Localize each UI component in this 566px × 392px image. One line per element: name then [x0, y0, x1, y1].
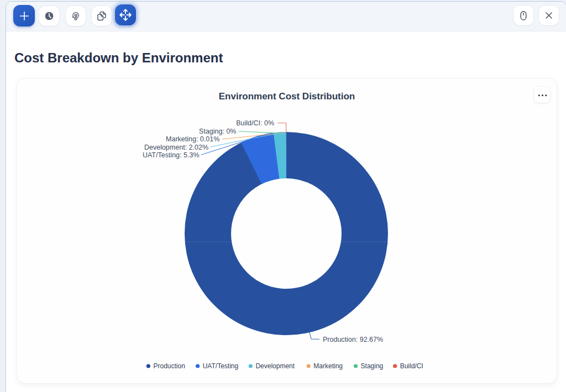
svg-text:Marketing: Marketing [313, 362, 343, 370]
svg-text:Build/CI: 0%: Build/CI: 0% [236, 119, 274, 127]
svg-text:UAT/Testing: UAT/Testing [203, 362, 238, 370]
svg-text:Development: 2.02%: Development: 2.02% [144, 144, 208, 151]
svg-text:Marketing: 0.01%: Marketing: 0.01% [166, 135, 219, 143]
svg-text:Development: Development [255, 362, 295, 370]
svg-text:Production: 92.67%: Production: 92.67% [323, 336, 383, 343]
svg-text:UAT/Testing: 5.3%: UAT/Testing: 5.3% [143, 151, 200, 159]
svg-text:Staging: Staging [361, 362, 384, 370]
svg-text:Build/CI: Build/CI [400, 362, 423, 370]
svg-text:Production: Production [154, 362, 185, 370]
svg-text:Staging: 0%: Staging: 0% [199, 128, 236, 135]
